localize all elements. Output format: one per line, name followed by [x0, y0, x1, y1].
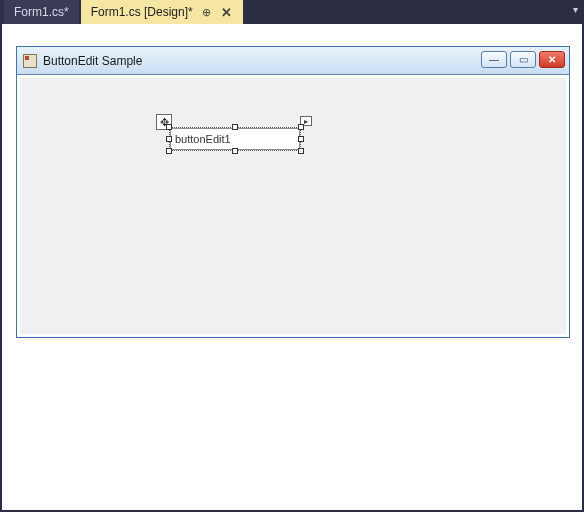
- control-text: buttonEdit1: [175, 133, 231, 145]
- close-icon: ✕: [548, 54, 556, 65]
- resize-handle-se[interactable]: [298, 148, 304, 154]
- resize-handle-ne[interactable]: [298, 124, 304, 130]
- form-titlebar: ButtonEdit Sample — ▭ ✕: [17, 47, 569, 75]
- resize-handle-e[interactable]: [298, 136, 304, 142]
- maximize-button[interactable]: ▭: [510, 51, 536, 68]
- buttonedit-control[interactable]: buttonEdit1: [170, 128, 300, 150]
- resize-handle-n[interactable]: [232, 124, 238, 130]
- designer-surface[interactable]: ButtonEdit Sample — ▭ ✕ ✥ ▸ buttonEdit1: [2, 24, 582, 510]
- close-button[interactable]: ✕: [539, 51, 565, 68]
- maximize-icon: ▭: [519, 54, 528, 65]
- form-icon: [23, 54, 37, 68]
- resize-handle-w[interactable]: [166, 136, 172, 142]
- tab-close-icon[interactable]: ✕: [221, 6, 233, 18]
- minimize-icon: —: [489, 54, 499, 65]
- window-buttons: — ▭ ✕: [481, 51, 565, 68]
- form-title: ButtonEdit Sample: [43, 54, 142, 68]
- resize-handle-nw[interactable]: [166, 124, 172, 130]
- tab-label: Form1.cs [Design]*: [91, 5, 193, 19]
- document-tab-strip: Form1.cs* Form1.cs [Design]* ⊕ ✕ ▾: [0, 0, 584, 24]
- form-preview[interactable]: ButtonEdit Sample — ▭ ✕ ✥ ▸ buttonEdit1: [16, 46, 570, 338]
- minimize-button[interactable]: —: [481, 51, 507, 68]
- pin-icon[interactable]: ⊕: [201, 6, 213, 18]
- resize-handle-sw[interactable]: [166, 148, 172, 154]
- selected-control[interactable]: ✥ ▸ buttonEdit1: [170, 128, 300, 150]
- tab-form1-code[interactable]: Form1.cs*: [4, 0, 79, 24]
- tab-overflow-icon[interactable]: ▾: [573, 4, 578, 15]
- tab-form1-design[interactable]: Form1.cs [Design]* ⊕ ✕: [81, 0, 243, 24]
- form-client-area[interactable]: ✥ ▸ buttonEdit1: [20, 78, 566, 334]
- resize-handle-s[interactable]: [232, 148, 238, 154]
- tab-label: Form1.cs*: [14, 5, 69, 19]
